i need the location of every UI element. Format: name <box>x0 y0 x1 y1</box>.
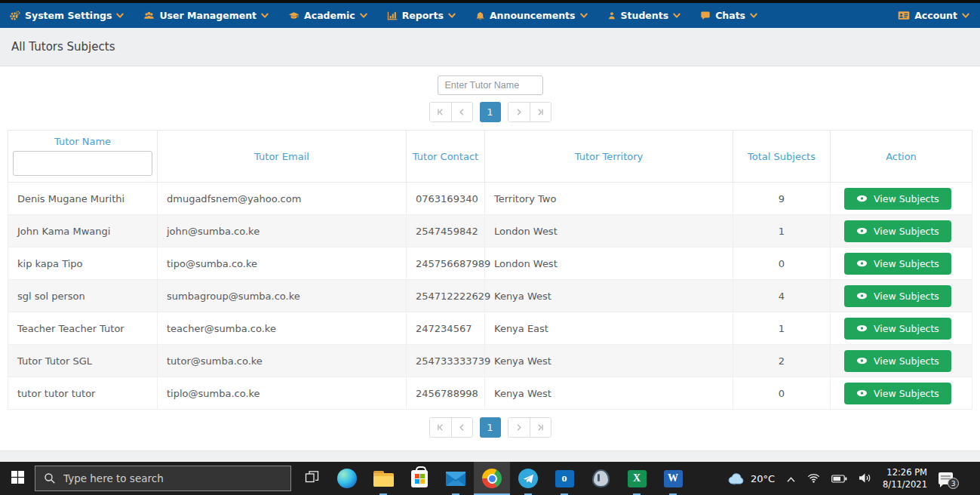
view-subjects-label: View Subjects <box>874 226 939 237</box>
view-subjects-button[interactable]: View Subjects <box>844 318 951 340</box>
taskbar-icon-microsoft-store[interactable] <box>401 462 438 495</box>
nav-chats[interactable]: Chats <box>690 10 767 21</box>
task-view-button[interactable] <box>294 462 329 495</box>
taskbar-icon-edge[interactable] <box>329 462 365 495</box>
cell-total-subjects: 4 <box>733 280 831 312</box>
volume-control[interactable] <box>859 472 871 486</box>
time-text: 12:26 PM <box>883 466 927 478</box>
nav-academic[interactable]: Academic <box>278 10 377 21</box>
prev-page-button[interactable] <box>451 418 472 437</box>
id-card-icon <box>898 11 910 20</box>
cell-tutor-email: john@sumba.co.ke <box>158 215 407 247</box>
taskbar-icon-excel[interactable]: X <box>619 462 655 495</box>
view-subjects-button[interactable]: View Subjects <box>844 350 951 372</box>
tutor-email-text: dmugadfsnem@yahoo.com <box>167 193 301 204</box>
tutor-name-text: tutor tutor tutor <box>17 388 95 399</box>
nav-label: Academic <box>304 10 355 21</box>
nav-label: Account <box>914 10 957 21</box>
total-subjects-text: 1 <box>779 226 785 237</box>
tutor-contact-text: 254733333739 <box>416 355 490 367</box>
taskbar-icon-mail[interactable] <box>438 462 474 495</box>
cell-tutor-name: kip kapa Tipo <box>8 247 158 280</box>
student-icon <box>607 11 616 21</box>
weather-widget[interactable]: 20°C <box>727 472 775 485</box>
eye-icon <box>856 324 868 333</box>
chat-icon <box>700 11 711 21</box>
tutor-contact-text: 2547459842 <box>416 226 478 237</box>
start-button[interactable] <box>0 462 35 495</box>
cell-tutor-territory: London West <box>485 247 733 280</box>
network-status[interactable] <box>807 472 820 486</box>
taskbar-icon-file-explorer[interactable] <box>365 462 401 495</box>
tutor-territory-text: Territory Two <box>494 193 556 204</box>
action-center-button[interactable]: 3 <box>939 472 959 484</box>
nav-account[interactable]: Account <box>888 10 971 21</box>
tutor-email-text: john@sumba.co.ke <box>167 226 260 237</box>
table-row: John Kama Mwangi john@sumba.co.ke 254745… <box>8 215 972 247</box>
tutor-name-filter-input[interactable] <box>13 151 152 176</box>
taskbar-icon-word[interactable]: W <box>655 462 691 495</box>
cell-action: View Subjects <box>831 345 972 377</box>
nav-system-settings[interactable]: System Settings <box>9 10 134 21</box>
nav-students[interactable]: Students <box>598 10 691 21</box>
view-subjects-button[interactable]: View Subjects <box>844 220 951 242</box>
taskbar-search-box[interactable] <box>35 466 291 491</box>
first-page-button[interactable] <box>430 103 451 121</box>
current-page-button[interactable]: 1 <box>480 417 501 438</box>
users-icon <box>143 11 155 21</box>
eye-icon <box>856 389 868 398</box>
next-page-button[interactable] <box>508 418 530 437</box>
cell-tutor-contact: 254733333739 <box>407 345 485 377</box>
nav-label: Students <box>621 10 669 21</box>
taskbar-icon-chrome[interactable] <box>474 462 510 495</box>
prev-page-button[interactable] <box>451 103 472 121</box>
cell-action: View Subjects <box>831 312 972 345</box>
cell-total-subjects: 1 <box>733 312 831 345</box>
tutor-name-search-input[interactable] <box>438 75 543 95</box>
last-page-button[interactable] <box>530 418 551 437</box>
view-subjects-label: View Subjects <box>874 323 939 334</box>
first-page-button[interactable] <box>430 418 451 437</box>
cell-tutor-contact: 245756687989 <box>407 247 485 280</box>
view-subjects-button[interactable]: View Subjects <box>844 253 951 275</box>
view-subjects-button[interactable]: View Subjects <box>844 188 951 210</box>
taskbar-search-input[interactable] <box>63 472 282 484</box>
header-label: Tutor Name <box>54 136 111 147</box>
header-tutor-email: Tutor Email <box>158 131 407 183</box>
tutor-territory-text: Kenya West <box>494 291 551 302</box>
battery-status[interactable] <box>831 472 847 486</box>
excel-icon: X <box>628 470 647 487</box>
tutor-table-body: Denis Mugane Murithi dmugadfsnem@yahoo.c… <box>8 183 972 410</box>
last-page-button[interactable] <box>530 103 551 121</box>
current-page-button[interactable]: 1 <box>480 102 501 122</box>
cell-total-subjects: 0 <box>733 247 831 280</box>
view-subjects-button[interactable]: View Subjects <box>844 383 951 404</box>
nav-label: Announcements <box>490 10 576 21</box>
gears-icon <box>9 11 20 21</box>
cell-tutor-name: tutor tutor tutor <box>8 377 158 410</box>
cell-tutor-territory: Kenya West <box>485 377 733 410</box>
chevron-down-icon <box>962 13 969 19</box>
clock-widget[interactable]: 12:26 PM 8/11/2021 <box>883 466 927 490</box>
total-subjects-text: 0 <box>779 258 785 269</box>
cell-tutor-territory: Kenya West <box>485 345 733 377</box>
cell-tutor-contact: 254712222629 <box>407 280 485 312</box>
nav-announcements[interactable]: Announcements <box>465 10 598 21</box>
view-subjects-button[interactable]: View Subjects <box>844 285 951 307</box>
nav-reports[interactable]: Reports <box>377 10 465 21</box>
taskbar-icon-postgresql[interactable] <box>582 462 619 495</box>
temperature-text: 20°C <box>751 473 775 484</box>
cell-tutor-name: Tutor Tutor SGL <box>8 345 158 377</box>
taskbar-icon-telegram[interactable] <box>510 462 546 495</box>
table-row: kip kapa Tipo tipo@sumba.co.ke 245756687… <box>8 247 972 280</box>
tray-expand-button[interactable] <box>786 472 796 486</box>
taskbar-icon-outlook[interactable]: o <box>546 462 582 495</box>
table-row: Tutor Tutor SGL tutor@sumba.co.ke 254733… <box>8 345 972 377</box>
tutors-table: Tutor Name Tutor Email Tutor Contact Tut… <box>8 130 972 410</box>
bar-chart-icon <box>387 11 398 21</box>
nav-user-management[interactable]: User Management <box>134 10 278 21</box>
cell-action: View Subjects <box>831 280 972 312</box>
total-subjects-text: 2 <box>779 355 785 367</box>
next-page-button[interactable] <box>508 103 530 121</box>
chevron-down-icon <box>261 13 269 19</box>
